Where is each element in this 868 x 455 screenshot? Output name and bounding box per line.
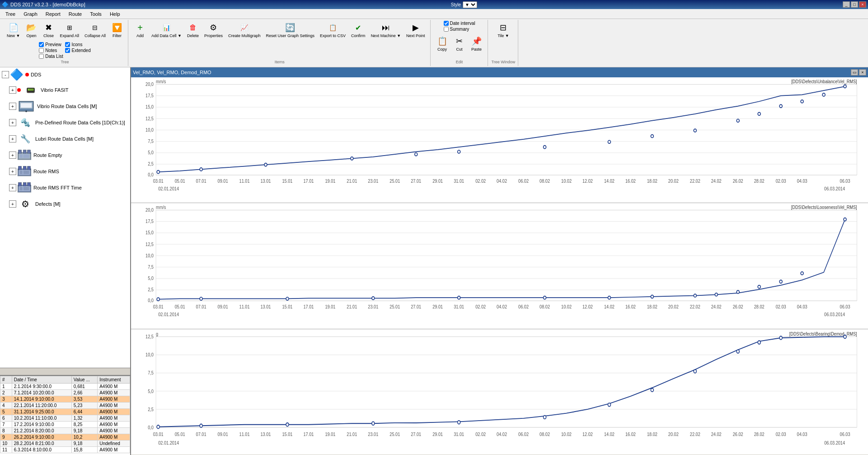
table-row[interactable]: 1 2.1.2014 9:30:00.0 0,681 A4900 M (0, 384, 130, 390)
table-row[interactable]: 8 21.2.2014 8:20:00.0 9,18 A4900 M (0, 428, 130, 434)
preview-checkbox[interactable]: Preview (39, 42, 64, 47)
table-row[interactable]: 11 6.3.2014 8:10:00.0 15,8 A4900 M (0, 447, 130, 453)
data-list-checkbox[interactable]: Data List (39, 54, 64, 59)
tree-expand-route-rms-fft[interactable]: + (9, 184, 16, 191)
svg-point-65 (844, 85, 846, 88)
graph-close-button[interactable]: × (859, 69, 866, 76)
svg-text:02.01.2014: 02.01.2014 (158, 186, 179, 192)
style-label: Style (451, 2, 461, 7)
next-point-button[interactable]: ▶ Next Point (404, 21, 427, 39)
tree-item-defects[interactable]: + ⚙ Defects [M] (0, 196, 130, 212)
cut-button[interactable]: ✂ Cut (451, 34, 468, 53)
svg-text:10,0: 10,0 (145, 352, 154, 357)
export-csv-button[interactable]: 📋 Export to CSV (318, 21, 348, 39)
create-multigraph-button[interactable]: 📈 Create Multigraph (226, 21, 263, 39)
properties-icon: ⚙ (208, 22, 219, 33)
close-button-tb[interactable]: ✖ Close (40, 21, 56, 39)
tree-expand-route-empty[interactable]: + (9, 152, 16, 159)
next-point-label: Next Point (406, 33, 425, 38)
maximize-button[interactable]: □ (851, 1, 858, 8)
tree-expand-vibrio-fasit[interactable]: + (9, 86, 16, 94)
tree-expand-predefined-route[interactable]: + (9, 119, 16, 126)
route-rms-icon (17, 164, 32, 179)
table-row[interactable]: 9 26.2.2014 9:10:00.0 10,2 A4900 M (0, 434, 130, 441)
tree-expand-route-rms[interactable]: + (9, 168, 16, 175)
edit-group-label: Edit (456, 60, 463, 65)
graph-restore-button[interactable]: ▭ (851, 69, 858, 76)
table-row[interactable]: 10 28.2.2014 8:21:00.0 9,18 Undefined (0, 441, 130, 447)
filter-button[interactable]: 🔽 Filter (109, 21, 125, 39)
close-button[interactable]: × (859, 1, 866, 8)
delete-button[interactable]: 🗑 Delete (185, 21, 201, 39)
tree-item-vibrio-route[interactable]: + Vibrio Route Data Cells [M] (0, 98, 130, 114)
svg-text:20.02: 20.02 (668, 179, 679, 184)
next-machine-button[interactable]: ⏭ Next Machine ▼ (369, 21, 403, 39)
menu-tree[interactable]: Tree (2, 10, 19, 18)
copy-icon: 📋 (437, 36, 448, 47)
svg-rect-19 (26, 171, 29, 174)
tile-button[interactable]: ⊟ Tile ▼ (495, 21, 511, 39)
notes-checkbox[interactable]: Notes (39, 48, 64, 53)
menu-report[interactable]: Report (42, 10, 64, 18)
confirm-button[interactable]: ✔ Confirm (349, 21, 368, 39)
table-row[interactable]: 6 10.2.2014 11:10:00.0 1,32 A4900 M (0, 415, 130, 422)
style-select[interactable]: ▼ (463, 1, 477, 8)
cell-num: 8 (0, 428, 12, 434)
svg-point-57 (608, 140, 610, 143)
tree-expand-defects[interactable]: + (9, 200, 16, 208)
table-row[interactable]: 4 22.1.2014 11:20:00.0 5,23 A4900 M (0, 403, 130, 409)
tree-expand-lubri-route[interactable]: + (9, 135, 16, 142)
properties-button[interactable]: ⚙ Properties (202, 21, 225, 39)
svg-text:26.02: 26.02 (733, 179, 743, 184)
svg-point-55 (458, 150, 460, 153)
open-button[interactable]: 📂 Open (23, 21, 39, 39)
table-row[interactable]: 2 7.1.2014 10:20:00.0 2,66 A4900 M (0, 390, 130, 396)
svg-text:21.01: 21.01 (347, 179, 357, 184)
menu-graph[interactable]: Graph (20, 10, 41, 18)
collapse-all-button[interactable]: ⊟ Collapse All (82, 21, 108, 39)
tree-item-vibrio-fasit[interactable]: + 📟 Vibrio FASIT (0, 82, 130, 98)
menu-tools[interactable]: Tools (86, 10, 105, 18)
menu-help[interactable]: Help (106, 10, 124, 18)
tree-expand-vibrio-route[interactable]: + (9, 103, 16, 110)
svg-text:15.01: 15.01 (282, 179, 292, 184)
menu-route[interactable]: Route (65, 10, 85, 18)
new-button[interactable]: 📄 New ▼ (5, 21, 22, 39)
paste-button[interactable]: 📌 Paste (469, 34, 485, 53)
svg-text:06.03.2014: 06.03.2014 (824, 440, 845, 445)
add-button[interactable]: + Add (132, 21, 148, 39)
tree-expand-dds[interactable]: - (2, 71, 9, 78)
tree-label-route-rms-fft: Route RMS FFT Time (33, 185, 82, 190)
add-data-cell-button[interactable]: 📊 Add Data Cell ▼ (149, 21, 184, 39)
reset-graph-settings-button[interactable]: 🔄 Reset User Graph Settings (264, 21, 317, 39)
date-interval-checkbox[interactable]: Date interval (444, 21, 475, 26)
horizontal-scrollbar[interactable] (0, 368, 130, 375)
tree-item-route-empty[interactable]: + Route Empty (0, 147, 130, 163)
minimize-button[interactable]: _ (843, 1, 850, 8)
summary-checkbox[interactable]: Summary (444, 27, 475, 32)
tree-item-lubri-route[interactable]: + 🔧 Lubri Route Data Cells [M] (0, 131, 130, 147)
copy-button[interactable]: 📋 Copy (434, 34, 450, 53)
svg-text:10.02: 10.02 (561, 179, 572, 184)
tree-item-route-rms[interactable]: + Route RMS (0, 163, 130, 180)
expand-all-button[interactable]: ⊞ Expand All (57, 21, 81, 39)
tree-checkboxes: Preview Icons Notes Extended Data List (39, 42, 91, 59)
graph-area: Vel_RMO, Vel_RMO, Demod_RMO ▭ × (131, 67, 868, 455)
svg-text:27.01: 27.01 (411, 304, 421, 310)
table-row[interactable]: 3 14.1.2014 9:10:00.0 3,53 A4900 M (0, 396, 130, 403)
cell-num: 1 (0, 384, 12, 390)
cell-instrument: A4900 M (98, 390, 130, 396)
cell-value: 0,681 (71, 384, 97, 390)
tree-item-predefined-route[interactable]: + 🔩 Pre-Defined Route Data Cells [1D(Ch:… (0, 114, 130, 131)
extended-checkbox[interactable]: Extended (65, 48, 90, 53)
tree-label-vibrio-fasit: Vibrio FASIT (41, 87, 69, 93)
icons-checkbox[interactable]: Icons (65, 42, 90, 47)
svg-text:07.01: 07.01 (196, 431, 206, 437)
table-row[interactable]: 5 31.1.2014 9:25:00.0 6,44 A4900 M (0, 409, 130, 415)
chart-svg-3: 12,5 10,0 7,5 5,0 2,5 0,0 g [DDS\Defects… (133, 331, 866, 453)
tree-item-route-rms-fft[interactable]: + Route RMS FFT Time (0, 180, 130, 196)
table-row[interactable]: 7 17.2.2014 9:10:00.0 8,25 A4900 M (0, 422, 130, 428)
svg-text:25.01: 25.01 (389, 304, 400, 310)
svg-point-51 (200, 168, 202, 171)
tree-item-dds[interactable]: - 🔷 DDS (0, 67, 130, 82)
